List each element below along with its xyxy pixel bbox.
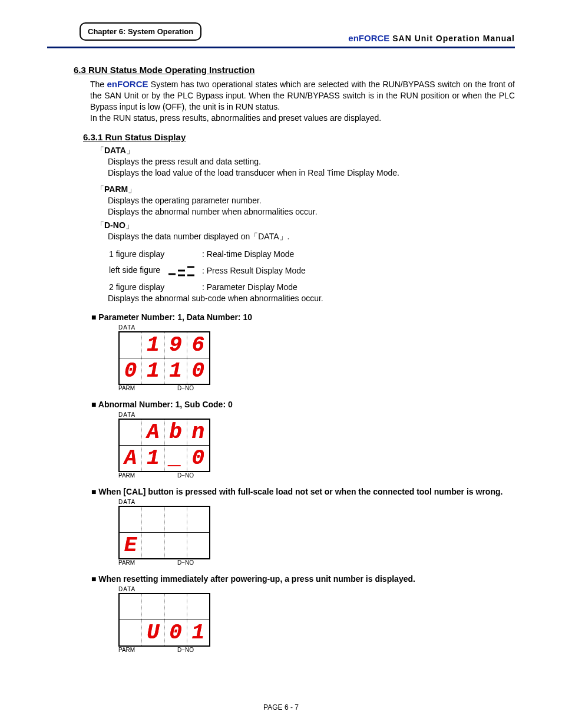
- row2-col2: : Press Result Display Mode: [202, 260, 309, 278]
- left-bracket: 「: [96, 185, 104, 194]
- table-row: left side figure : Press Result Display …: [109, 260, 309, 278]
- intro-paragraph-2: In the RUN status, press results, abnorm…: [90, 113, 515, 124]
- digit: 1: [147, 448, 160, 469]
- parm-desc-1: Displays the operating parameter number.: [108, 195, 515, 206]
- digit: A: [124, 448, 137, 469]
- seven-seg-display-4: U 0 1: [118, 593, 210, 647]
- heading-6-3: 6.3 RUN Status Mode Operating Instructio…: [74, 65, 515, 75]
- label-data-2: DATA: [118, 411, 515, 418]
- brand-lower-inline: en: [107, 79, 117, 89]
- label-dno-3: D−NO: [163, 559, 208, 566]
- digit: 1: [147, 335, 160, 356]
- field-data-label: 「DATA」: [96, 146, 515, 156]
- label-parm-1: PARM: [118, 385, 163, 391]
- header-rule: [47, 47, 515, 48]
- data-desc-1: Displays the press result and data setti…: [108, 156, 515, 167]
- heading-6-3-1: 6.3.1 Run Status Display: [83, 132, 515, 142]
- dashes-icon: [167, 263, 197, 278]
- label-parm-2: PARM: [118, 472, 163, 479]
- intro-a: The: [90, 80, 107, 89]
- row2-col1: left side figure: [109, 260, 201, 278]
- bullet-cal-button: ■ When [CAL] button is pressed with full…: [91, 487, 515, 496]
- digit: n: [192, 422, 205, 443]
- dno-desc-2: Displays the abnormal sub-code when abno…: [108, 293, 515, 304]
- digit: 6: [192, 335, 205, 356]
- label-parm-4: PARM: [118, 647, 163, 653]
- data-desc-2: Displays the load value of the load tran…: [108, 167, 515, 179]
- right-bracket: 」: [126, 146, 134, 155]
- bullet-parameter-number: ■ Parameter Number: 1, Data Number: 10: [91, 312, 515, 322]
- brand-upper-inline: FORCE: [117, 79, 148, 89]
- digit: 0: [192, 361, 205, 382]
- parm-label-text: PARM: [104, 185, 128, 194]
- dno-table: 1 figure display : Real-time Display Mod…: [108, 245, 310, 293]
- labels-below-2: PARM D−NO: [118, 472, 208, 479]
- parm-desc-2: Displays the abnormal number when abnorm…: [108, 206, 515, 218]
- labels-below-3: PARM D−NO: [118, 559, 208, 566]
- label-data-1: DATA: [118, 324, 515, 331]
- dno-desc-1: Displays the data number displayed on「DA…: [108, 231, 515, 242]
- intro-paragraph: The enFORCE System has two operational s…: [90, 78, 515, 113]
- brand-lower: en: [348, 33, 359, 43]
- left-side-figure-text: left side figure: [109, 265, 160, 275]
- labels-below-1: PARM D−NO: [118, 385, 208, 391]
- field-parm-label: 「PARM」: [96, 185, 515, 195]
- bullet-abnormal-number: ■ Abnormal Number: 1, Sub Code: 0: [91, 400, 515, 409]
- digit: b: [169, 422, 182, 443]
- table-row: 2 figure display : Parameter Display Mod…: [109, 279, 309, 292]
- dno-label-text: D-NO: [104, 220, 125, 230]
- row1-col2: : Real-time Display Mode: [202, 246, 309, 259]
- chapter-box: Chapter 6: System Operation: [80, 22, 201, 41]
- data-label-text: DATA: [104, 146, 126, 155]
- digit: 9: [169, 335, 182, 356]
- digit: 1: [147, 361, 160, 382]
- digit: E: [124, 535, 137, 556]
- label-dno-1: D−NO: [163, 385, 208, 391]
- page-footer: PAGE 6 - 7: [0, 703, 562, 711]
- digit: 1: [192, 622, 205, 644]
- label-parm-3: PARM: [118, 559, 163, 566]
- seven-seg-display-1: 1 9 6 0 1 1 0: [118, 331, 210, 385]
- right-bracket: 」: [125, 220, 134, 230]
- seven-seg-display-3: E: [118, 506, 210, 559]
- digit: 0: [124, 361, 137, 382]
- manual-title: enFORCE SAN Unit Operation Manual: [348, 22, 515, 43]
- manual-text: SAN Unit Operation Manual: [389, 34, 515, 43]
- table-row: 1 figure display : Real-time Display Mod…: [109, 246, 309, 259]
- intro-b: System has two operational states which …: [90, 80, 515, 111]
- digit: _: [169, 448, 182, 469]
- left-bracket: 「: [96, 220, 104, 230]
- label-data-3: DATA: [118, 499, 515, 505]
- bullet-resetting: ■ When resetting immediately after power…: [91, 574, 515, 584]
- left-bracket: 「: [96, 146, 104, 155]
- right-bracket: 」: [128, 185, 136, 194]
- brand-upper: FORCE: [359, 33, 390, 43]
- digit: U: [147, 622, 160, 644]
- row3-col1: 2 figure display: [109, 279, 201, 292]
- label-dno-4: D−NO: [163, 647, 208, 653]
- digit: 0: [169, 622, 182, 644]
- field-dno-label: 「D-NO」: [96, 220, 515, 231]
- row1-col1: 1 figure display: [109, 246, 201, 259]
- digit: 1: [169, 361, 182, 382]
- digit: A: [147, 422, 160, 443]
- labels-below-4: PARM D−NO: [118, 647, 208, 653]
- label-data-4: DATA: [118, 586, 515, 592]
- seven-seg-display-2: A b n A 1 _ 0: [118, 419, 210, 472]
- label-dno-2: D−NO: [163, 472, 208, 479]
- digit: 0: [192, 448, 205, 469]
- row3-col2: : Parameter Display Mode: [202, 279, 309, 292]
